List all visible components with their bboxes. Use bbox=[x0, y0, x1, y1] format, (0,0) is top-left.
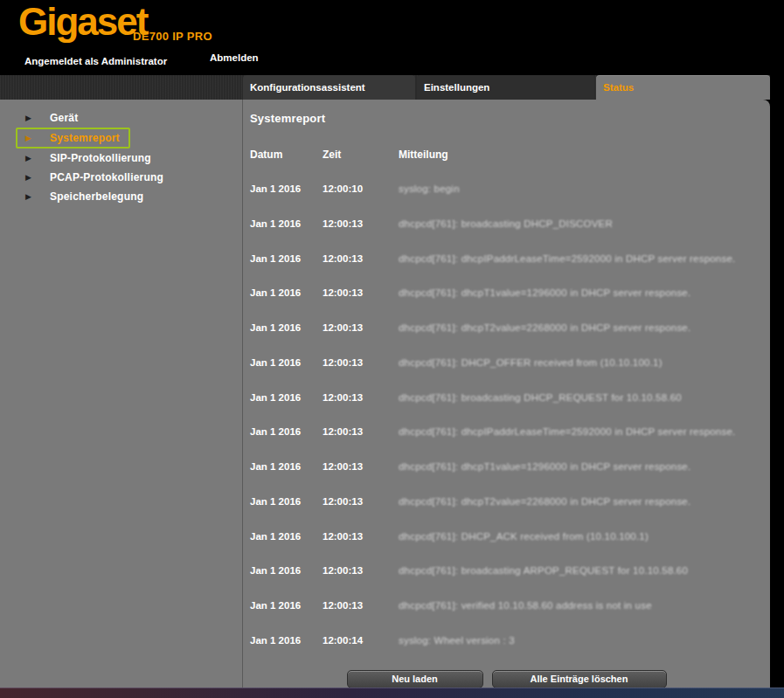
login-line: Angemeldet als Administrator Abmelden bbox=[24, 52, 759, 68]
log-row: Jan 1 2016 12:00:13 dhcpcd[761]: dhcpT2v… bbox=[250, 496, 763, 531]
log-message: dhcpcd[761]: DHCP_OFFER received from (1… bbox=[399, 357, 763, 368]
log-time: 12:00:13 bbox=[323, 461, 399, 472]
column-header-mitteilung: Mitteilung bbox=[399, 149, 763, 161]
main-tabbar: Konfigurationsassistent Einstellungen St… bbox=[0, 75, 770, 100]
log-time: 12:00:13 bbox=[323, 357, 399, 368]
column-header-zeit: Zeit bbox=[323, 149, 399, 161]
reload-button[interactable]: Neu laden bbox=[347, 670, 483, 688]
sidebar-item-systemreport[interactable]: ▶ Systemreport bbox=[16, 128, 130, 149]
log-row: Jan 1 2016 12:00:13 dhcpcd[761]: dhcpIPa… bbox=[250, 426, 763, 461]
column-header-datum: Datum bbox=[250, 149, 323, 161]
clear-all-entries-button[interactable]: Alle Einträge löschen bbox=[492, 670, 667, 688]
sidebar-item-label: SIP-Protokollierung bbox=[50, 152, 151, 164]
log-message: dhcpcd[761]: dhcpT2value=2268000 in DHCP… bbox=[399, 322, 763, 333]
log-table-header: Datum Zeit Mitteilung bbox=[250, 149, 763, 161]
log-row: Jan 1 2016 12:00:13 dhcpcd[761]: DHCP_OF… bbox=[250, 357, 763, 392]
log-row: Jan 1 2016 12:00:13 dhcpcd[761]: broadca… bbox=[250, 218, 763, 253]
log-time: 12:00:13 bbox=[323, 496, 399, 507]
page-title: Systemreport bbox=[250, 112, 763, 125]
log-time: 12:00:13 bbox=[323, 218, 399, 229]
gigaset-logo: Gigaset bbox=[18, 0, 147, 44]
log-message: syslog: Wheel version : 3 bbox=[399, 635, 763, 646]
log-message: dhcpcd[761]: dhcpT2value=2268000 in DHCP… bbox=[399, 496, 763, 507]
log-date: Jan 1 2016 bbox=[250, 531, 323, 542]
log-message: dhcpcd[761]: broadcasting ARPOP_REQUEST … bbox=[399, 565, 763, 576]
log-time: 12:00:13 bbox=[323, 392, 399, 403]
main-content: Systemreport Datum Zeit Mitteilung Jan 1… bbox=[243, 100, 770, 688]
log-time: 12:00:13 bbox=[323, 426, 399, 437]
log-row: Jan 1 2016 12:00:10 syslog: begin bbox=[250, 183, 763, 218]
log-row: Jan 1 2016 12:00:14 syslog: Wheel versio… bbox=[250, 635, 763, 670]
content-card: ▶ Gerät ▶ Systemreport ▶ SIP-Protokollie… bbox=[0, 100, 770, 688]
log-date: Jan 1 2016 bbox=[250, 565, 323, 576]
log-message: dhcpcd[761]: broadcasting DHCP_DISCOVER bbox=[399, 218, 763, 229]
log-message: dhcpcd[761]: dhcpT1value=1296000 in DHCP… bbox=[399, 461, 763, 472]
log-message: dhcpcd[761]: dhcpIPaddrLeaseTime=2592000… bbox=[399, 426, 763, 437]
sidebar-item-pcap-protokollierung[interactable]: ▶ PCAP-Protokollierung bbox=[16, 168, 174, 187]
log-message: syslog: begin bbox=[399, 183, 763, 194]
arrow-right-icon: ▶ bbox=[25, 173, 32, 182]
log-row: Jan 1 2016 12:00:13 dhcpcd[761]: dhcpT1v… bbox=[250, 461, 763, 496]
log-date: Jan 1 2016 bbox=[250, 600, 323, 611]
log-date: Jan 1 2016 bbox=[250, 218, 323, 229]
log-date: Jan 1 2016 bbox=[250, 461, 323, 472]
log-row: Jan 1 2016 12:00:13 dhcpcd[761]: broadca… bbox=[250, 392, 763, 427]
arrow-right-icon: ▶ bbox=[25, 154, 32, 162]
log-message: dhcpcd[761]: verified 10.10.58.60 addres… bbox=[399, 600, 763, 611]
log-date: Jan 1 2016 bbox=[250, 322, 323, 333]
log-message: dhcpcd[761]: DHCP_ACK received from (10.… bbox=[399, 531, 763, 542]
button-row: Neu laden Alle Einträge löschen bbox=[250, 670, 763, 688]
log-date: Jan 1 2016 bbox=[250, 635, 323, 646]
sidebar-item-sip-protokollierung[interactable]: ▶ SIP-Protokollierung bbox=[16, 149, 162, 168]
desktop-wallpaper-strip bbox=[0, 688, 784, 698]
log-time: 12:00:13 bbox=[323, 565, 399, 576]
log-date: Jan 1 2016 bbox=[250, 496, 323, 507]
log-time: 12:00:13 bbox=[323, 322, 399, 333]
sidebar-item-geraet[interactable]: ▶ Gerät bbox=[16, 108, 88, 128]
log-message: dhcpcd[761]: broadcasting DHCP_REQUEST f… bbox=[399, 392, 763, 403]
tab-einstellungen[interactable]: Einstellungen bbox=[417, 75, 594, 100]
log-time: 12:00:10 bbox=[323, 183, 399, 194]
log-message: dhcpcd[761]: dhcpT1value=1296000 in DHCP… bbox=[399, 287, 763, 298]
log-row: Jan 1 2016 12:00:13 dhcpcd[761]: dhcpIPa… bbox=[250, 253, 763, 288]
tab-status[interactable]: Status bbox=[596, 75, 770, 100]
sidebar-item-label: PCAP-Protokollierung bbox=[50, 171, 163, 183]
sidebar-item-label: Speicherbelegung bbox=[50, 190, 143, 203]
log-time: 12:00:13 bbox=[323, 600, 399, 611]
tab-konfigurationsassistent[interactable]: Konfigurationsassistent bbox=[243, 75, 415, 100]
log-date: Jan 1 2016 bbox=[250, 392, 323, 403]
sidebar: ▶ Gerät ▶ Systemreport ▶ SIP-Protokollie… bbox=[0, 100, 243, 688]
log-date: Jan 1 2016 bbox=[250, 426, 323, 437]
login-status-label: Angemeldet als Administrator bbox=[24, 56, 167, 66]
device-model-label: DE700 IP PRO bbox=[133, 30, 212, 43]
arrow-right-icon: ▶ bbox=[25, 114, 32, 122]
log-time: 12:00:14 bbox=[323, 635, 399, 646]
arrow-right-icon: ▶ bbox=[25, 134, 32, 142]
log-date: Jan 1 2016 bbox=[250, 183, 323, 194]
sidebar-item-speicherbelegung[interactable]: ▶ Speicherbelegung bbox=[16, 187, 154, 206]
logout-link[interactable]: Abmelden bbox=[210, 52, 259, 63]
header: Gigaset DE700 IP PRO Angemeldet als Admi… bbox=[0, 0, 784, 75]
sidebar-item-label: Gerät bbox=[50, 112, 78, 124]
log-time: 12:00:13 bbox=[323, 253, 399, 264]
log-date: Jan 1 2016 bbox=[250, 253, 323, 264]
log-date: Jan 1 2016 bbox=[250, 357, 323, 368]
log-table: Jan 1 2016 12:00:10 syslog: begin Jan 1 … bbox=[250, 183, 763, 670]
log-row: Jan 1 2016 12:00:13 dhcpcd[761]: dhcpT1v… bbox=[250, 287, 763, 322]
log-message: dhcpcd[761]: dhcpIPaddrLeaseTime=2592000… bbox=[399, 253, 763, 264]
log-time: 12:00:13 bbox=[323, 531, 399, 542]
arrow-right-icon: ▶ bbox=[25, 192, 32, 201]
log-row: Jan 1 2016 12:00:13 dhcpcd[761]: dhcpT2v… bbox=[250, 322, 763, 357]
sidebar-item-label: Systemreport bbox=[50, 132, 120, 144]
log-date: Jan 1 2016 bbox=[250, 287, 323, 298]
log-row: Jan 1 2016 12:00:13 dhcpcd[761]: broadca… bbox=[250, 565, 763, 600]
log-row: Jan 1 2016 12:00:13 dhcpcd[761]: verifie… bbox=[250, 600, 763, 635]
log-row: Jan 1 2016 12:00:13 dhcpcd[761]: DHCP_AC… bbox=[250, 531, 763, 566]
log-time: 12:00:13 bbox=[323, 287, 399, 298]
